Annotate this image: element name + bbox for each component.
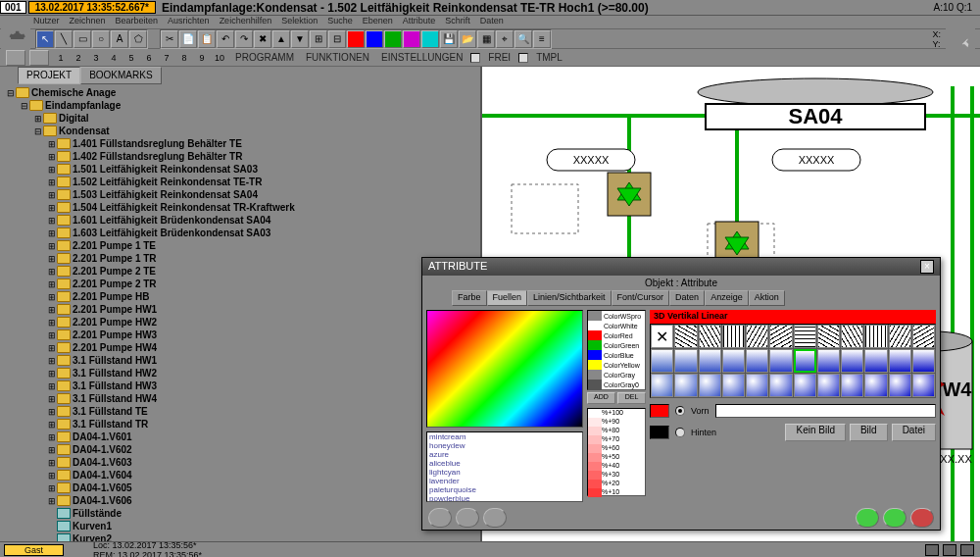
tool-back[interactable]: ▼ — [291, 30, 309, 48]
tree-item[interactable]: ⊞2.201 Pumpe 2 TE — [2, 265, 478, 278]
dlg-foot-copy[interactable] — [428, 508, 452, 528]
dlg-tab-font[interactable]: Font/Cursor — [612, 290, 670, 306]
pattern-cell[interactable] — [794, 349, 816, 373]
color-gradient-picker[interactable] — [426, 310, 583, 428]
menu-ausrichten[interactable]: Ausrichten — [164, 16, 214, 28]
pattern-cell[interactable] — [794, 374, 816, 397]
tool-group[interactable]: ⊞ — [310, 30, 327, 48]
history-slot-8[interactable]: 8 — [176, 51, 192, 65]
pattern-cell[interactable] — [746, 349, 768, 373]
pattern-cell[interactable] — [841, 374, 863, 397]
tool-ungroup[interactable]: ⊟ — [328, 30, 346, 48]
tool-select[interactable]: ↖ — [36, 30, 54, 48]
tool-save[interactable]: 💾 — [440, 30, 458, 48]
tree-item[interactable]: ⊞1.402 Füllstandsreglung Behälter TR — [2, 150, 478, 163]
tool-zoom[interactable]: 🔍 — [514, 30, 532, 48]
tree-item[interactable]: ⊞2.201 Pumpe HW3 — [2, 329, 478, 341]
tree-item[interactable]: ⊞DA04-1.V603 — [2, 456, 478, 469]
history-slot-6[interactable]: 6 — [141, 51, 157, 65]
dlg-tab-farbe[interactable]: Farbe — [452, 290, 487, 306]
tool-cut[interactable]: ✂ — [161, 30, 178, 48]
tree-item[interactable]: ⊞Digital — [2, 112, 478, 125]
tree-item[interactable]: ⊞3.1 Füllstand HW2 — [2, 367, 478, 380]
menu-schrift[interactable]: Schrift — [441, 16, 474, 28]
tree-item[interactable]: ⊞1.603 Leitfähigkeit Brüdenkondensat SA0… — [2, 227, 478, 239]
tree-item[interactable]: ⊞2.201 Pumpe HB — [2, 290, 478, 303]
tool-text[interactable]: A — [111, 30, 128, 48]
tree-item[interactable]: ⊞2.201 Pumpe 2 TR — [2, 278, 478, 290]
btn-bild[interactable]: Bild — [850, 424, 888, 441]
tree-item[interactable]: ⊞2.201 Pumpe 1 TE — [2, 239, 478, 252]
nav-back[interactable] — [6, 50, 25, 66]
label-funktionen[interactable]: FUNKTIONEN — [302, 52, 373, 63]
pattern-cell[interactable] — [912, 349, 935, 373]
tree-item[interactable]: ⊟Kondensat — [2, 125, 478, 137]
tool-polygon[interactable]: ⬠ — [129, 30, 147, 48]
tree-item[interactable]: ⊞3.1 Füllstand TR — [2, 418, 478, 430]
tree-item[interactable]: ⊞DA04-1.V601 — [2, 430, 478, 443]
pattern-cell[interactable] — [841, 325, 863, 348]
tree-item[interactable]: ⊟Eindampfanlage — [2, 99, 478, 112]
dlg-ok[interactable] — [883, 508, 906, 528]
menu-suche[interactable]: Suche — [323, 16, 357, 28]
tool-fill-green[interactable] — [384, 30, 402, 48]
radio-vorn[interactable] — [675, 406, 685, 416]
history-slot-1[interactable]: 1 — [53, 51, 69, 65]
pattern-cell[interactable] — [746, 325, 768, 348]
label-einstellungen[interactable]: EINSTELLUNGEN — [377, 52, 466, 63]
dialog-close-icon[interactable]: × — [920, 260, 934, 274]
pattern-cell[interactable] — [699, 325, 721, 348]
menu-attribute[interactable]: Attribute — [399, 16, 440, 28]
menu-ebenen[interactable]: Ebenen — [359, 16, 397, 28]
pattern-cell[interactable] — [769, 325, 792, 348]
tree-item[interactable]: ⊟Chemische Anage — [2, 86, 478, 99]
pattern-cell[interactable] — [651, 374, 673, 397]
tool-rect[interactable]: ▭ — [74, 30, 91, 48]
tree-item[interactable]: ⊞1.504 Leitfähigkeit Reinkondensat TR-Kr… — [2, 201, 478, 214]
menu-nutzer[interactable]: Nutzer — [29, 16, 64, 28]
tree-item[interactable]: ⊞3.1 Füllstand HW3 — [2, 380, 478, 392]
dlg-tab-anzeige[interactable]: Anzeige — [705, 290, 749, 306]
pattern-cell[interactable] — [841, 349, 863, 373]
tab-projekt[interactable]: PROJEKT — [18, 67, 80, 84]
pattern-cell[interactable] — [864, 374, 887, 397]
system-color-list[interactable]: ColorWSproColorWhiteColorRedColorGreenCo… — [587, 310, 646, 390]
pattern-cell[interactable] — [722, 349, 745, 373]
history-slot-9[interactable]: 9 — [194, 51, 210, 65]
tool-line[interactable]: ╲ — [55, 30, 73, 48]
tree-item[interactable]: Füllstände — [2, 507, 478, 520]
tree-item[interactable]: ⊞1.503 Leitfähigkeit Reinkondensat SA04 — [2, 188, 478, 201]
dlg-tab-daten[interactable]: Daten — [669, 290, 705, 306]
pattern-cell[interactable] — [699, 374, 721, 397]
menu-selektion[interactable]: Selektion — [277, 16, 321, 28]
tool-undo[interactable]: ↶ — [217, 30, 234, 48]
pattern-cell[interactable] — [722, 325, 745, 348]
dlg-apply[interactable] — [856, 508, 879, 528]
tree-item[interactable]: ⊞3.1 Füllstand HW1 — [2, 354, 478, 367]
tree-item[interactable]: ⊞2.201 Pumpe 1 TR — [2, 252, 478, 265]
tool-ellipse[interactable]: ○ — [92, 30, 110, 48]
percent-list[interactable]: %+100%+90%+80%+70%+60%+50%+40%+30%+20%+1… — [587, 408, 646, 496]
tool-fill-red[interactable] — [347, 30, 365, 48]
pattern-cell[interactable] — [912, 325, 935, 348]
status-icon-2[interactable] — [943, 544, 956, 556]
history-slot-10[interactable]: 10 — [212, 51, 227, 65]
pattern-cell[interactable] — [746, 374, 768, 397]
tree-item[interactable]: ⊞2.201 Pumpe HW1 — [2, 303, 478, 316]
pattern-cell[interactable] — [674, 325, 697, 348]
history-slot-7[interactable]: 7 — [159, 51, 174, 65]
status-icon-3[interactable] — [960, 544, 974, 556]
tree-item[interactable]: ⊞DA04-1.V602 — [2, 443, 478, 456]
tree-item[interactable]: ⊞DA04-1.V605 — [2, 481, 478, 494]
pattern-cell[interactable] — [864, 325, 887, 348]
history-slot-2[interactable]: 2 — [71, 51, 86, 65]
tree-item[interactable]: ⊞DA04-1.V606 — [2, 494, 478, 507]
image-path-input[interactable] — [715, 404, 936, 418]
btn-del-color[interactable]: DEL — [617, 392, 646, 404]
tree-item[interactable]: ⊞3.1 Füllstand TE — [2, 405, 478, 418]
pattern-cell[interactable] — [674, 349, 697, 373]
dlg-foot-save[interactable] — [483, 508, 507, 528]
pattern-cell[interactable] — [817, 349, 840, 373]
pattern-cell[interactable] — [769, 374, 792, 397]
btn-kein-bild[interactable]: Kein Bild — [785, 424, 845, 441]
